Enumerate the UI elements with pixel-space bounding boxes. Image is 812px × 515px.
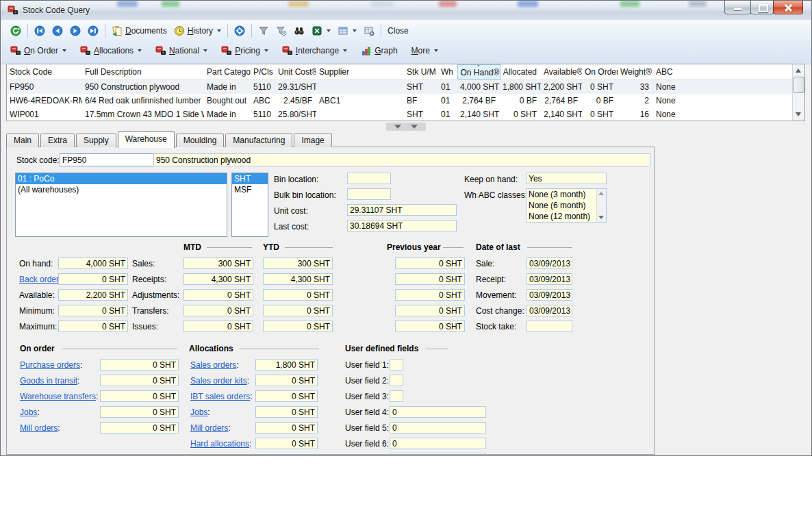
tab-extra[interactable]: Extra [40,134,75,147]
wh-abc-classes-listbox[interactable]: None (3 month) None (6 month) None (12 m… [526,188,607,223]
cell[interactable]: 2.45/BF [275,94,316,108]
col-available[interactable]: Available® [541,65,582,80]
nav-last-button[interactable] [84,23,102,38]
list-item[interactable]: 01 : PoCo [16,173,227,184]
scroll-up-icon[interactable] [598,192,604,195]
col-abc[interactable]: ABC [653,65,686,80]
col-on-order[interactable]: On Order [582,65,618,80]
cell[interactable]: SHT [404,108,438,121]
cell[interactable]: None [653,80,686,95]
cell[interactable]: None [653,94,686,108]
maximize-button[interactable] [750,1,774,14]
splitter-collapse-handle[interactable] [386,123,426,131]
options-button[interactable] [231,23,249,38]
tab-warehouse[interactable]: Warehouse [118,131,175,148]
close-window-button[interactable] [773,1,803,14]
cell[interactable] [316,80,404,95]
nav-previous-button[interactable] [49,23,66,38]
cell[interactable] [316,108,404,121]
cell[interactable]: 25.80/SHT [275,108,316,121]
tab-image[interactable]: Image [294,134,331,147]
warehouse-listbox[interactable]: 01 : PoCo (All warehouses) [15,173,227,237]
titlebar[interactable]: Stock Code Query [1,1,811,21]
purchase-orders-link[interactable]: Purchase orders: [20,360,82,370]
cell[interactable]: 33 [618,80,653,95]
jobs-allocated-link[interactable]: Jobs: [190,407,210,417]
tab-moulding[interactable]: Moulding [176,134,225,147]
list-item[interactable]: MSF [232,184,268,195]
col-full-description[interactable]: Full Description [82,65,204,80]
back-order-link[interactable]: Back order: [19,275,61,284]
col-on-hand[interactable]: On Hand® [457,65,500,80]
hard-allocations-link[interactable]: Hard allocations: [190,439,251,449]
documents-button[interactable]: Documents [108,23,170,38]
menu-national[interactable]: National [152,43,211,58]
list-item[interactable]: None (12 month) [526,211,606,222]
cell[interactable]: 0 SHT [500,108,541,121]
col-stk-um[interactable]: Stk U/M [404,65,438,80]
cell[interactable]: 4,000 SHT [457,80,500,95]
tab-manufacturing[interactable]: Manufacturing [225,134,292,147]
cell[interactable]: ABC1 [316,94,404,108]
close-button[interactable]: Close [384,24,412,38]
list-item[interactable]: None (3 month) [526,189,606,200]
menu-allocations[interactable]: Allocations [77,43,145,58]
cell[interactable]: 0 SHT [582,108,618,121]
menu-pricing[interactable]: Pricing [218,43,272,58]
find-button[interactable] [290,23,308,38]
cell[interactable]: HW6-4REDOAK-RM [7,94,82,108]
menu-graph[interactable]: Graph [357,43,401,58]
cell[interactable]: 01 [438,94,457,108]
cell[interactable]: 2,764 BF [541,94,582,108]
table-row[interactable]: HW6-4REDOAK-RM 6/4 Red oak unfinnished l… [7,94,793,108]
sales-orders-link[interactable]: Sales orders: [190,360,239,370]
nav-first-button[interactable] [31,23,49,38]
col-part-category[interactable]: Part Category [204,65,251,80]
list-item[interactable]: (All warehouses) [16,184,227,195]
history-button[interactable]: History [170,23,225,38]
col-unit-cost[interactable]: Unit Cost® [275,65,316,80]
table-row[interactable]: WIP001 17.5mm Crown 43 MDO 1 Side WIP Ma… [7,108,793,121]
cell[interactable]: Bought out [204,94,251,108]
cell[interactable]: 17.5mm Crown 43 MDO 1 Side WIP [82,108,204,121]
scroll-up-icon[interactable] [796,68,801,73]
cell[interactable]: 950 Construction plywood [82,80,204,95]
mill-orders-allocated-link[interactable]: Mill orders: [190,423,231,433]
stock-code-input[interactable]: FP950 [60,153,166,166]
col-allocated[interactable]: Allocated [500,65,541,80]
col-stock-code[interactable]: Stock Code [7,65,82,80]
cell[interactable]: BF [404,94,438,108]
list-item[interactable]: SHT [232,173,268,184]
scroll-down-icon[interactable] [796,112,801,116]
cell[interactable]: 2,200 SHT [541,80,582,95]
list-item[interactable]: None (6 month) [526,200,606,211]
mill-orders-link[interactable]: Mill orders: [20,423,60,433]
cell[interactable]: 0 BF [500,94,541,108]
menu-more[interactable]: More [408,44,442,58]
col-pcls[interactable]: P/Cls [251,65,275,80]
cell[interactable]: 5110 [251,108,275,121]
export-excel-button[interactable] [308,23,334,38]
filter-button[interactable] [255,23,272,38]
filter-edit-button[interactable] [272,23,290,38]
cell[interactable]: FP950 [7,80,82,95]
col-weight[interactable]: Weight® [618,65,653,80]
list-output-button[interactable] [334,23,360,38]
cell[interactable]: 0 SHT [582,80,618,95]
scrollbar-thumb[interactable] [794,77,804,93]
cell[interactable]: ABC [251,94,275,108]
menu-interchange[interactable]: Interchange [279,43,351,58]
cell[interactable]: 2,764 BF [457,94,500,108]
cell[interactable]: None [653,108,686,121]
minimize-button[interactable] [724,1,751,14]
grid-vertical-scrollbar[interactable] [792,64,804,121]
cell[interactable]: 2 [618,94,653,108]
goods-in-transit-link[interactable]: Goods in transit: [20,376,79,386]
cell[interactable]: 01 [438,108,457,121]
cell[interactable]: 1,800 SHT [500,80,541,95]
cell[interactable]: Made in [204,108,251,121]
cell[interactable]: 6/4 Red oak unfinnished lumber [82,94,204,108]
warehouse-transfers-link[interactable]: Warehouse transfers: [20,392,98,401]
nav-next-button[interactable] [66,23,84,38]
cell[interactable]: 16 [618,108,653,121]
